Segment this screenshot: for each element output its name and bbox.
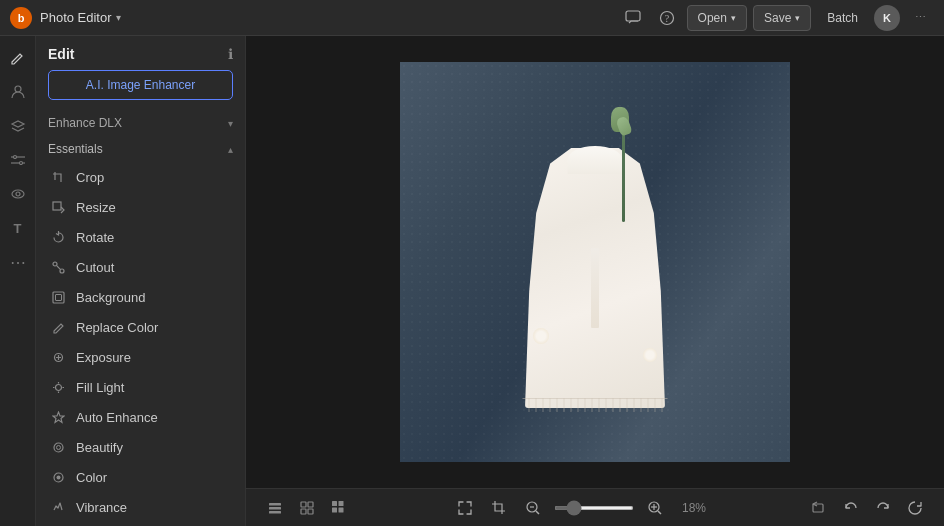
svg-line-15	[56, 265, 60, 269]
auto-enhance-tool-label: Auto Enhance	[76, 410, 158, 425]
tool-cutout[interactable]: Cutout	[36, 252, 245, 282]
bottom-toolbar-right	[806, 495, 928, 521]
zoom-slider[interactable]	[554, 506, 634, 510]
tool-replace-color[interactable]: Replace Color	[36, 312, 245, 342]
replace-color-tool-label: Replace Color	[76, 320, 158, 335]
svg-rect-39	[308, 509, 313, 514]
rail-people-icon[interactable]	[4, 78, 32, 106]
tool-fill-light[interactable]: Fill Light	[36, 372, 245, 402]
beautify-tool-label: Beautify	[76, 440, 123, 455]
zoom-out-button[interactable]	[520, 495, 546, 521]
tool-crop[interactable]: Crop	[36, 162, 245, 192]
main-area: T ⋯ Edit ℹ A.I. Image Enhancer Enhance D…	[0, 36, 944, 526]
cutout-tool-icon	[50, 259, 66, 275]
zoom-in-button[interactable]	[642, 495, 668, 521]
svg-point-24	[54, 443, 63, 452]
svg-line-46	[536, 511, 539, 514]
background-tool-icon	[50, 289, 66, 305]
svg-rect-17	[55, 294, 61, 300]
svg-rect-33	[269, 503, 281, 506]
tool-list: CropResizeRotateCutoutBackgroundReplace …	[36, 162, 245, 526]
move-icon-button[interactable]	[294, 495, 320, 521]
tool-resize[interactable]: Resize	[36, 192, 245, 222]
exposure-tool-icon	[50, 349, 66, 365]
rail-text-icon[interactable]: T	[4, 214, 32, 242]
tool-exposure[interactable]: Exposure	[36, 342, 245, 372]
enhance-dlx-label: Enhance DLX	[48, 116, 122, 130]
rail-edit-icon[interactable]	[4, 44, 32, 72]
panel-title: Edit	[48, 46, 74, 62]
resize-tool-icon	[50, 199, 66, 215]
app-name: Photo Editor	[40, 10, 112, 25]
color-tool-label: Color	[76, 470, 107, 485]
window-controls-icon[interactable]: ⋯	[906, 4, 934, 32]
svg-rect-38	[301, 509, 306, 514]
svg-line-50	[658, 511, 661, 514]
icon-rail: T ⋯	[0, 36, 36, 526]
ai-enhancer-button[interactable]: A.I. Image Enhancer	[48, 70, 233, 100]
help-icon-button[interactable]: ?	[653, 4, 681, 32]
app-logo: b	[10, 7, 32, 29]
chat-icon-button[interactable]	[619, 4, 647, 32]
auto-enhance-tool-icon	[50, 409, 66, 425]
rail-layers-icon[interactable]	[4, 112, 32, 140]
tool-color[interactable]: Color	[36, 462, 245, 492]
crop-button[interactable]	[486, 495, 512, 521]
svg-point-27	[56, 475, 60, 479]
tool-sharpen[interactable]: Sharpen	[36, 522, 245, 526]
vibrance-tool-label: Vibrance	[76, 500, 127, 515]
fit-screen-button[interactable]	[452, 495, 478, 521]
tool-background[interactable]: Background	[36, 282, 245, 312]
crop-tool-label: Crop	[76, 170, 104, 185]
avatar[interactable]: K	[874, 5, 900, 31]
app-dropdown-icon[interactable]: ▾	[116, 12, 121, 23]
cutout-tool-label: Cutout	[76, 260, 114, 275]
canvas-area: 18%	[246, 36, 944, 526]
canvas-viewport[interactable]	[246, 36, 944, 488]
svg-point-4	[13, 156, 16, 159]
info-icon[interactable]: ℹ	[228, 46, 233, 62]
redo-button[interactable]	[870, 495, 896, 521]
svg-rect-0	[626, 11, 640, 21]
rail-adjustments-icon[interactable]	[4, 146, 32, 174]
open-button[interactable]: Open ▾	[687, 5, 747, 31]
svg-point-3	[15, 86, 21, 92]
bottom-toolbar-center: 18%	[360, 495, 798, 521]
undo-button[interactable]	[838, 495, 864, 521]
svg-rect-43	[339, 507, 344, 512]
enhance-dlx-row[interactable]: Enhance DLX ▾	[36, 110, 245, 136]
tool-auto-enhance[interactable]: Auto Enhance	[36, 402, 245, 432]
essentials-chevron: ▴	[228, 144, 233, 155]
tool-rotate[interactable]: Rotate	[36, 222, 245, 252]
rail-more-icon[interactable]: ⋯	[4, 248, 32, 276]
layer-icon-button[interactable]	[262, 495, 288, 521]
tool-beautify[interactable]: Beautify	[36, 432, 245, 462]
essentials-section-header[interactable]: Essentials ▴	[36, 136, 245, 162]
chat-icon	[625, 10, 641, 26]
exposure-tool-label: Exposure	[76, 350, 131, 365]
save-dropdown-arrow: ▾	[795, 13, 800, 23]
save-button[interactable]: Save ▾	[753, 5, 811, 31]
svg-rect-40	[332, 501, 337, 506]
tool-vibrance[interactable]: Vibrance	[36, 492, 245, 522]
svg-point-13	[53, 262, 57, 266]
topbar-actions: ? Open ▾ Save ▾ Batch K ⋯	[619, 4, 934, 32]
batch-button[interactable]: Batch	[817, 5, 868, 31]
open-dropdown-arrow: ▾	[731, 13, 736, 23]
fill-light-tool-label: Fill Light	[76, 380, 124, 395]
svg-rect-41	[339, 501, 344, 506]
crop-tool-icon	[50, 169, 66, 185]
bottom-toolbar: 18%	[246, 488, 944, 526]
resize-tool-label: Resize	[76, 200, 116, 215]
svg-point-10	[12, 190, 24, 198]
topbar: b Photo Editor ▾ ? Open ▾ Save ▾ Batch K	[0, 0, 944, 36]
rotate-tool-label: Rotate	[76, 230, 114, 245]
fill-light-tool-icon	[50, 379, 66, 395]
bottom-toolbar-left	[262, 495, 352, 521]
svg-point-11	[16, 192, 20, 196]
svg-rect-36	[301, 502, 306, 507]
rail-eye-icon[interactable]	[4, 180, 32, 208]
grid-icon-button[interactable]	[326, 495, 352, 521]
reset-button[interactable]	[902, 495, 928, 521]
history-back-button[interactable]	[806, 495, 832, 521]
